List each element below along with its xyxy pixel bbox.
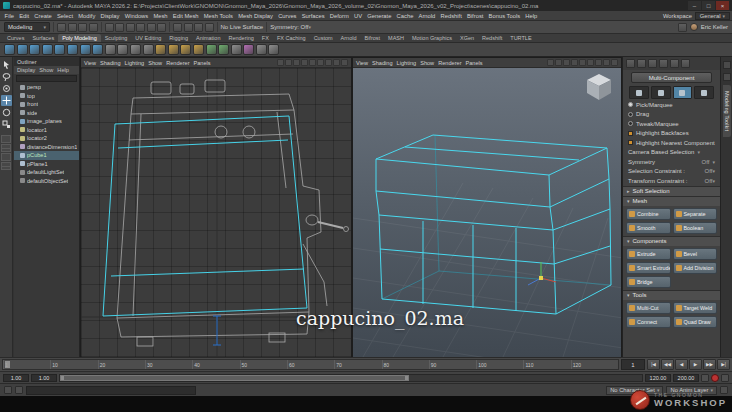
- character-set-icon[interactable]: [701, 374, 709, 382]
- shelf-tab[interactable]: MASH: [384, 34, 408, 42]
- menu-item[interactable]: Create: [32, 13, 55, 19]
- separate-button[interactable]: Separate: [673, 208, 718, 220]
- viewport-menu-item[interactable]: Show: [420, 60, 434, 66]
- edge-mode-icon[interactable]: [648, 59, 657, 68]
- outliner-item-default-light-set[interactable]: defaultLightSet: [14, 168, 79, 177]
- range-slider-bar[interactable]: [60, 375, 409, 381]
- lighting-icon[interactable]: [611, 59, 618, 66]
- menu-item[interactable]: Surfaces: [299, 13, 327, 19]
- viewport-menu-item[interactable]: Lighting: [125, 60, 145, 66]
- connect-button[interactable]: Connect: [626, 316, 671, 328]
- shelf-tab[interactable]: Curves: [3, 34, 28, 42]
- viewport-menu-item[interactable]: Show: [148, 60, 162, 66]
- boolean-icon[interactable]: [130, 44, 141, 55]
- bridge-icon[interactable]: [180, 44, 191, 55]
- outliner-item-top[interactable]: top: [14, 92, 79, 101]
- snap-grid-icon[interactable]: [105, 23, 114, 32]
- components-section[interactable]: Components: [623, 236, 720, 246]
- outliner-search-input[interactable]: [16, 75, 77, 82]
- viewport-menu-item[interactable]: Shading: [100, 60, 121, 66]
- outliner-item-front[interactable]: front: [14, 100, 79, 109]
- bridge-button[interactable]: Bridge: [626, 276, 671, 288]
- shelf-tab[interactable]: FX: [258, 34, 273, 42]
- playback-start-field[interactable]: [31, 374, 57, 382]
- uv-mode-icon[interactable]: [670, 59, 679, 68]
- menu-item[interactable]: Edit: [17, 13, 32, 19]
- quad-draw-icon[interactable]: [206, 44, 217, 55]
- menu-item[interactable]: UV: [351, 13, 364, 19]
- viewport-menu-item[interactable]: Renderer: [166, 60, 189, 66]
- range-slider-track[interactable]: [59, 374, 643, 382]
- separate-icon[interactable]: [117, 44, 128, 55]
- viewport-menu-item[interactable]: View: [356, 60, 368, 66]
- outliner-item-default-object-set[interactable]: defaultObjectSet: [14, 177, 79, 186]
- tools-section[interactable]: Tools: [623, 290, 720, 300]
- extrude-icon[interactable]: [155, 44, 166, 55]
- face-component-icon[interactable]: [673, 86, 693, 99]
- menu-item[interactable]: Generate: [365, 13, 394, 19]
- menu-item[interactable]: Select: [54, 13, 75, 19]
- move-tool-icon[interactable]: [1, 95, 12, 106]
- menu-item[interactable]: Deform: [327, 13, 351, 19]
- camera-attributes-icon[interactable]: [563, 59, 570, 66]
- combine-button[interactable]: Combine: [626, 208, 671, 220]
- outliner-item-pplane1[interactable]: pPlane1: [14, 160, 79, 169]
- shelf-tab[interactable]: Rendering: [224, 34, 257, 42]
- outliner-item-distance-dimension1[interactable]: distanceDimension1: [14, 143, 79, 152]
- lattice-icon[interactable]: [243, 44, 254, 55]
- command-language-icon[interactable]: [15, 386, 23, 394]
- target-weld-icon[interactable]: [218, 44, 229, 55]
- image-plane-icon[interactable]: [309, 59, 316, 66]
- viewport-side-canvas[interactable]: [81, 68, 351, 357]
- hierarchy-select-icon[interactable]: [68, 23, 77, 32]
- poly-disc-icon[interactable]: [80, 44, 91, 55]
- ipr-render-icon[interactable]: [194, 23, 203, 32]
- workspace-selector[interactable]: General: [695, 12, 730, 20]
- viewport-menu-item[interactable]: Panels: [194, 60, 211, 66]
- shaded-icon[interactable]: [595, 59, 602, 66]
- render-icon[interactable]: [184, 23, 193, 32]
- shelf-tab[interactable]: Sculpting: [101, 34, 132, 42]
- highlight-backfaces-checkbox[interactable]: Highlight Backfaces: [623, 129, 720, 139]
- select-tool-icon[interactable]: [1, 59, 12, 70]
- bookmarks-icon[interactable]: [301, 59, 308, 66]
- rotate-tool-icon[interactable]: [1, 107, 12, 118]
- transform-constraint-row[interactable]: Transform Constraint :Off: [623, 176, 720, 186]
- textured-icon[interactable]: [333, 59, 340, 66]
- make-live-icon[interactable]: [157, 23, 166, 32]
- shelf-tab[interactable]: UV Editing: [131, 34, 165, 42]
- multi-component-button[interactable]: Multi-Component: [631, 72, 712, 83]
- snap-projected-icon[interactable]: [136, 23, 145, 32]
- wireframe-icon[interactable]: [317, 59, 324, 66]
- menu-item[interactable]: Curves: [276, 13, 300, 19]
- command-line-input[interactable]: [26, 386, 196, 395]
- menu-item[interactable]: Arnold: [416, 13, 438, 19]
- outliner-item-side[interactable]: side: [14, 109, 79, 118]
- go-to-end-button[interactable]: ▶|: [717, 359, 730, 370]
- boolean-button[interactable]: Boolean: [673, 222, 718, 234]
- smart-extrude-button[interactable]: Smart Extrude: [626, 262, 671, 274]
- lock-camera-icon[interactable]: [285, 59, 292, 66]
- auto-keyframe-icon[interactable]: [711, 374, 719, 382]
- menu-item[interactable]: Modify: [76, 13, 98, 19]
- viewport-persp-canvas[interactable]: [353, 68, 621, 357]
- outliner-menu-item[interactable]: Display: [17, 67, 35, 73]
- poly-torus-icon[interactable]: [54, 44, 65, 55]
- poly-cube-icon[interactable]: [17, 44, 28, 55]
- menu-item[interactable]: Windows: [122, 13, 151, 19]
- layout-persp-outliner-icon[interactable]: [1, 153, 11, 161]
- viewport-side[interactable]: ViewShadingLightingShowRendererPanels: [80, 57, 352, 357]
- menu-item[interactable]: Bonus Tools: [486, 13, 523, 19]
- script-editor-icon[interactable]: [4, 386, 12, 394]
- wireframe-icon[interactable]: [587, 59, 594, 66]
- vertex-component-icon[interactable]: [629, 86, 649, 99]
- layout-four-pane-icon[interactable]: [1, 144, 11, 152]
- image-plane-icon[interactable]: [579, 59, 586, 66]
- construction-history-icon[interactable]: [173, 23, 182, 32]
- shelf-tab[interactable]: Arnold: [337, 34, 361, 42]
- outliner-item-persp[interactable]: persp: [14, 83, 79, 92]
- step-forward-button[interactable]: ▶▶: [703, 359, 716, 370]
- paint-select-tool-icon[interactable]: [1, 83, 12, 94]
- go-to-start-button[interactable]: |◀: [647, 359, 660, 370]
- component-select-icon[interactable]: [89, 23, 98, 32]
